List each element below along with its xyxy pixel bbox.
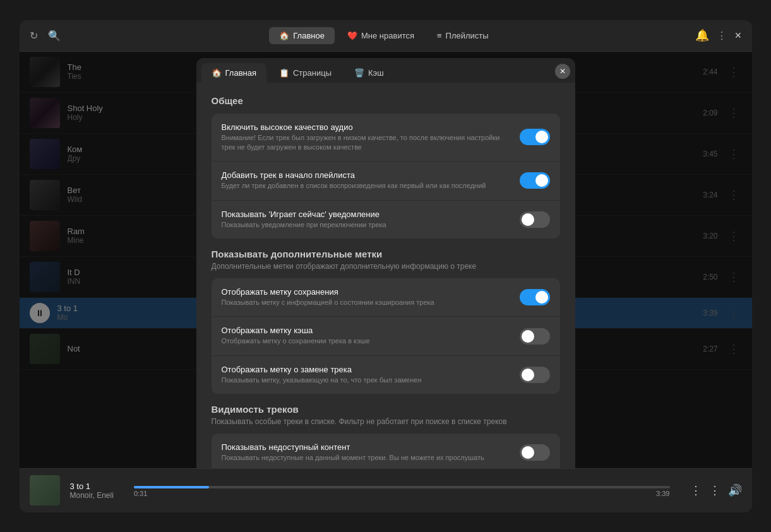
app-window: ↻ 🔍 🏠 Главное ❤️ Мне нравится ≡ Плейлист… (20, 20, 752, 512)
setting-label: Включить высокое качество аудио (222, 122, 512, 132)
settings-row-now-playing: Показывать 'Играет сейчас' уведомление П… (212, 201, 560, 239)
toggle-replaced-badge[interactable] (520, 367, 550, 383)
settings-row-text: Отображать метку кэша Отображать метку о… (222, 326, 512, 346)
setting-label: Показывать недоступный контент (222, 442, 512, 452)
total-time: 3:39 (656, 490, 669, 497)
setting-desc: Внимание! Если трек был загружен в низко… (222, 133, 512, 153)
content-area: The Ties 2:44 ⋮ Shot Holy Holy 2:09 ⋮ Ко… (20, 52, 752, 468)
toggle-slider (520, 211, 550, 228)
playlists-icon: ≡ (437, 31, 442, 40)
pages-tab-icon: 📋 (279, 68, 289, 78)
player-progress: 0:31 3:39 (134, 483, 670, 497)
settings-row-text: Добавить трек в начало плейлиста Будет л… (222, 170, 512, 191)
nav-tab-home[interactable]: 🏠 Главное (269, 27, 335, 44)
setting-label: Отображать метку кэша (222, 326, 512, 335)
setting-label: Отображать метку о замене трека (222, 365, 512, 374)
current-time: 0:31 (134, 490, 147, 497)
nav-tab-playlists-label: Плейлисты (446, 31, 489, 40)
bottom-player: 3 to 1 Monoir, Eneli 0:31 3:39 ⋮ ⋮ 🔊 (20, 468, 752, 512)
modal-body: Общее Включить высокое качество аудио Вн… (196, 83, 575, 468)
section-visibility-title: Видимость треков (212, 404, 560, 415)
home-tab-icon: 🏠 (212, 68, 222, 78)
toggle-high-quality[interactable] (520, 129, 550, 145)
close-icon: ✕ (559, 67, 566, 76)
toggle-cache-badge[interactable] (520, 328, 550, 345)
settings-row-high-quality: Включить высокое качество аудио Внимание… (212, 114, 560, 162)
nav-tab-liked[interactable]: ❤️ Мне нравится (337, 27, 424, 44)
setting-desc: Показывать недоступные на данный момент … (222, 453, 512, 463)
nav-left: ↻ 🔍 (30, 30, 61, 42)
toggle-now-playing[interactable] (520, 211, 550, 228)
toggle-slider (520, 328, 550, 345)
nav-tab-liked-label: Мне нравится (361, 31, 414, 40)
settings-row-text: Отображать метку о замене трека Показыва… (222, 365, 512, 385)
setting-desc: Показывать метку с информацией о состоян… (222, 298, 512, 307)
settings-row-add-beginning: Добавить трек в начало плейлиста Будет л… (212, 162, 560, 200)
close-icon[interactable]: ✕ (734, 30, 742, 40)
progress-bar[interactable] (134, 486, 670, 488)
toggle-add-beginning[interactable] (520, 172, 550, 189)
section-badges-title: Показывать дополнительные метки (212, 249, 560, 259)
settings-card-badges: Отображать метку сохранения Показывать м… (212, 278, 560, 394)
progress-times: 0:31 3:39 (134, 490, 670, 497)
setting-desc: Показывать метку, указывающую на то, что… (222, 375, 512, 385)
player-info: 3 to 1 Monoir, Eneli (70, 482, 114, 500)
settings-modal: 🏠 Главная 📋 Страницы 🗑️ Кэш ✕ (196, 58, 575, 468)
settings-card-general: Включить высокое качество аудио Внимание… (212, 114, 560, 239)
modal-tab-pages[interactable]: 📋 Страницы (269, 63, 342, 83)
section-general-title: Общее (212, 95, 560, 106)
player-title: 3 to 1 (70, 482, 114, 491)
settings-row-text: Включить высокое качество аудио Внимание… (222, 122, 512, 153)
modal-tab-cache-label: Кэш (368, 68, 384, 78)
search-icon[interactable]: 🔍 (48, 30, 61, 42)
setting-label: Добавить трек в начало плейлиста (222, 170, 512, 180)
settings-row-cache-badge: Отображать метку кэша Отображать метку о… (212, 317, 560, 355)
volume-icon[interactable]: 🔊 (728, 483, 742, 497)
more-options-icon[interactable]: ⋮ (709, 483, 720, 497)
toggle-slider (520, 367, 550, 383)
section-visibility-desc: Показывать особые треки в списке. Фильтр… (212, 417, 560, 426)
nav-tab-playlists[interactable]: ≡ Плейлисты (427, 27, 499, 44)
nav-tabs: 🏠 Главное ❤️ Мне нравится ≡ Плейлисты (73, 27, 695, 44)
setting-desc: Будет ли трек добавлен в список воспроиз… (222, 181, 512, 191)
settings-row-unavailable: Показывать недоступный контент Показыват… (212, 434, 560, 468)
toggle-slider (520, 129, 550, 145)
settings-row-text: Показывать 'Играет сейчас' уведомление П… (222, 210, 512, 230)
settings-row-text: Показывать недоступный контент Показыват… (222, 442, 512, 463)
player-artist: Monoir, Eneli (70, 491, 114, 500)
setting-desc: Показывать уведомление при переключении … (222, 220, 512, 230)
settings-row-text: Отображать метку сохранения Показывать м… (222, 287, 512, 307)
progress-fill (134, 486, 209, 488)
modal-tab-main[interactable]: 🏠 Главная (201, 63, 266, 83)
setting-label: Показывать 'Играет сейчас' уведомление (222, 210, 512, 219)
player-thumbnail (30, 475, 60, 505)
toggle-slider (520, 289, 550, 305)
toggle-slider (520, 444, 550, 461)
more-icon[interactable]: ⋮ (717, 30, 727, 42)
nav-right: 🔔 ⋮ ✕ (695, 28, 742, 42)
nav-tab-home-label: Главное (293, 31, 325, 40)
queue-icon[interactable]: ⋮ (690, 483, 702, 497)
toggle-unavailable[interactable] (520, 444, 550, 461)
top-nav: ↻ 🔍 🏠 Главное ❤️ Мне нравится ≡ Плейлист… (20, 20, 752, 52)
modal-tabs: 🏠 Главная 📋 Страницы 🗑️ Кэш ✕ (196, 58, 575, 83)
modal-tab-main-label: Главная (225, 68, 256, 78)
settings-row-replaced-badge: Отображать метку о замене трека Показыва… (212, 356, 560, 394)
player-controls: ⋮ ⋮ 🔊 (690, 483, 742, 497)
setting-label: Отображать метку сохранения (222, 287, 512, 297)
bell-icon[interactable]: 🔔 (695, 28, 709, 42)
section-badges-desc: Дополнительные метки отображают дополнит… (212, 262, 560, 271)
liked-icon: ❤️ (347, 31, 357, 40)
toggle-slider (520, 172, 550, 189)
cache-tab-icon: 🗑️ (354, 68, 364, 78)
modal-overlay: 🏠 Главная 📋 Страницы 🗑️ Кэш ✕ (20, 52, 752, 468)
settings-card-visibility: Показывать недоступный контент Показыват… (212, 434, 560, 468)
home-icon: 🏠 (279, 31, 289, 40)
toggle-save-badge[interactable] (520, 289, 550, 305)
settings-row-save-badge: Отображать метку сохранения Показывать м… (212, 278, 560, 317)
setting-desc: Отображать метку о сохранении трека в кэ… (222, 336, 512, 346)
modal-tab-pages-label: Страницы (293, 68, 332, 78)
modal-close-button[interactable]: ✕ (555, 64, 570, 79)
refresh-icon[interactable]: ↻ (30, 30, 38, 42)
modal-tab-cache[interactable]: 🗑️ Кэш (344, 63, 394, 83)
